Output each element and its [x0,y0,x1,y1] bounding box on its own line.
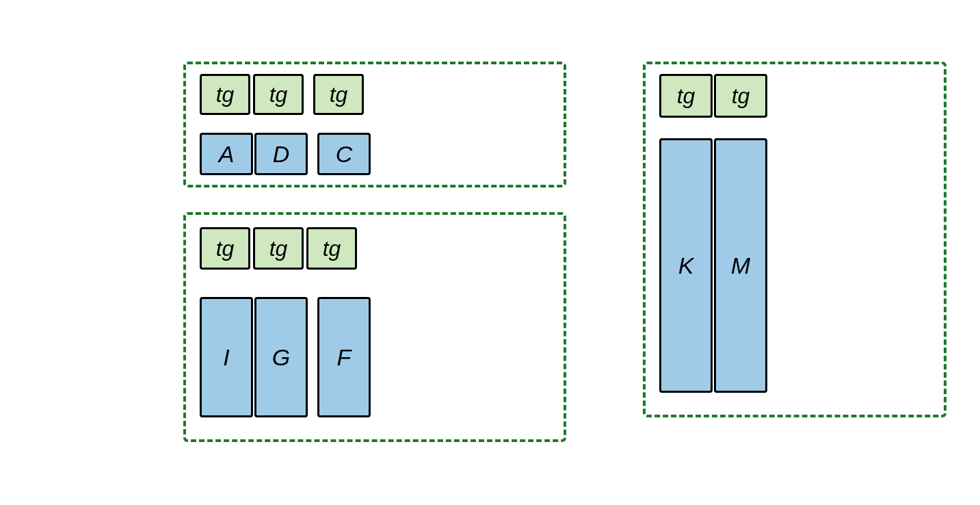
box-b3: F [317,297,371,417]
tag-c1: tg [659,74,713,118]
box-b1: I [200,297,253,417]
tag-c2: tg [714,74,767,118]
box-c1: K [659,138,713,393]
tag-a2: tg [253,74,304,115]
tag-a1: tg [200,74,250,115]
tag-a3: tg [313,74,364,115]
box-b2: G [254,297,308,417]
box-c2: M [714,138,767,393]
tag-b3: tg [306,227,357,270]
tag-b1: tg [200,227,250,270]
box-a1: A [200,133,253,175]
container-a: tg tg tg A D C [183,62,566,187]
box-a2: D [254,133,308,175]
container-b: tg tg tg I G F [183,212,566,442]
box-a3: C [317,133,371,175]
container-c: tg tg K M [643,62,946,417]
tag-b2: tg [253,227,304,270]
diagram-stage: tg tg tg A D C tg tg tg I G F tg tg K M [0,0,980,505]
